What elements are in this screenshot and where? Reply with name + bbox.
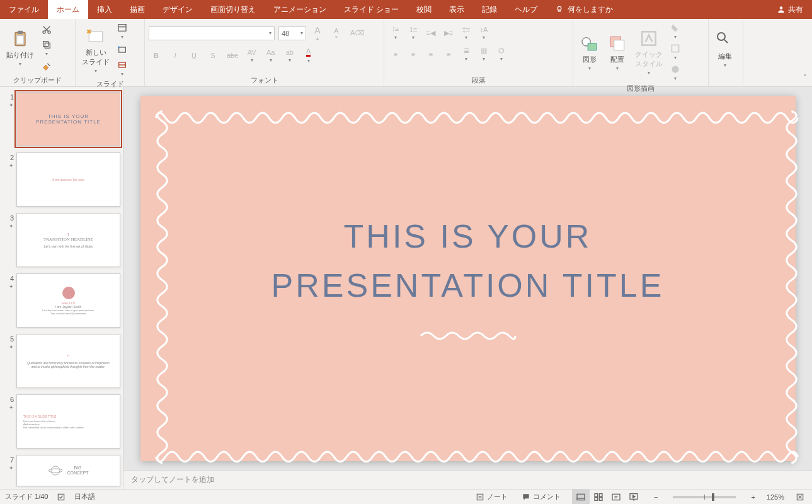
strikethrough-button[interactable]: abc [224, 48, 241, 63]
paste-button[interactable]: 貼り付け ▾ [4, 27, 37, 69]
notes-button[interactable]: ノート [473, 490, 510, 504]
underline-button[interactable]: U [186, 48, 202, 63]
tab-file[interactable]: ファイル [0, 0, 48, 19]
reading-view-button[interactable] [607, 490, 625, 505]
numbering-button[interactable]: 1≡▾ [406, 25, 421, 42]
tab-home[interactable]: ホーム [48, 0, 88, 19]
tab-draw[interactable]: 描画 [121, 0, 154, 19]
language-indicator[interactable]: 日本語 [74, 492, 95, 501]
align-left-button[interactable]: ≡ [388, 47, 403, 62]
shape-fill-button[interactable]: ▾ [668, 21, 683, 41]
layout-button[interactable]: ▾ [115, 21, 130, 41]
notes-pane[interactable]: タップしてノートを追加 [123, 470, 812, 489]
quick-styles-button[interactable]: クイック スタイル ▾ [632, 32, 665, 73]
thumbnail-item[interactable]: 6✦ THIS IS A SLIDE TITLE Here you have a… [3, 394, 120, 449]
bold-button[interactable]: B [149, 48, 164, 63]
distribute-button[interactable]: ≣▾ [459, 45, 474, 63]
slide-counter[interactable]: スライド 1/40 [5, 492, 48, 501]
thumbnail-slide-6[interactable]: THIS IS A SLIDE TITLE Here you have a li… [16, 394, 120, 449]
tab-design[interactable]: デザイン [154, 0, 202, 19]
animation-indicator-icon: ✦ [9, 163, 14, 169]
align-right-button[interactable]: ≡ [423, 47, 438, 62]
justify-button[interactable]: ≡ [441, 47, 456, 62]
smartart-button[interactable]: ⌬▾ [494, 45, 509, 63]
zoom-slider-thumb[interactable] [712, 493, 714, 501]
chevron-down-icon: ▾ [674, 76, 677, 81]
tab-slideshow[interactable]: スライド ショー [335, 0, 408, 19]
collapse-ribbon-button[interactable]: ˄ [803, 74, 807, 83]
sorter-view-button[interactable] [590, 490, 607, 505]
thumbnail-slide-5[interactable]: " Quotations are commonly printed as a m… [16, 334, 120, 388]
italic-button[interactable]: I [168, 48, 183, 63]
section-button[interactable]: ▾ [115, 59, 130, 78]
text-direction-button[interactable]: ↕A▾ [476, 25, 491, 42]
grow-font-button[interactable]: A▴ [310, 24, 325, 42]
copy-button[interactable]: ▾ [39, 38, 54, 58]
group-clipboard: 貼り付け ▾ ▾ クリップボード [0, 19, 76, 86]
spellcheck-button[interactable] [57, 493, 66, 501]
thumbnail-item[interactable]: 1✦ THIS IS YOUR PRESENTATION TITLE [3, 92, 120, 146]
thumbnail-slide-4[interactable]: HELLO! I am Jayden Smith I am here becau… [16, 273, 120, 328]
slide-thumbnails-panel[interactable]: 1✦ THIS IS YOUR PRESENTATION TITLE 2✦ In… [0, 87, 123, 489]
increase-indent-button[interactable]: ▶≡ [441, 25, 456, 40]
decorative-border [149, 105, 804, 470]
font-color-button[interactable]: A▾ [301, 46, 316, 65]
slideshow-view-button[interactable] [625, 490, 643, 505]
reset-icon [117, 45, 127, 55]
slide-canvas[interactable]: This is your presentation title [140, 96, 796, 461]
thumbnail-item[interactable]: 4✦ HELLO! I am Jayden Smith I am here be… [3, 273, 120, 328]
cut-button[interactable] [39, 22, 54, 37]
planet-icon [48, 463, 63, 478]
columns-button[interactable]: ▥▾ [476, 45, 491, 63]
share-button[interactable]: 共有 [768, 0, 812, 19]
new-slide-button[interactable]: 新しい スライド ▾ [79, 29, 112, 71]
thumbnail-slide-7[interactable]: BIGCONCEPT [16, 455, 120, 486]
svg-rect-10 [118, 25, 126, 32]
reset-button[interactable] [115, 42, 130, 57]
char-spacing-button[interactable]: AV▾ [244, 47, 260, 64]
comments-button[interactable]: コメント [519, 490, 563, 504]
format-painter-button[interactable] [39, 59, 54, 74]
zoom-out-button[interactable]: − [651, 490, 660, 504]
normal-view-button[interactable] [572, 490, 590, 505]
tell-me-search[interactable]: 何をしますか [546, 0, 622, 19]
shapes-button[interactable]: 図形 ▾ [577, 32, 602, 73]
shape-effects-button[interactable]: ▾ [668, 63, 683, 83]
svg-point-0 [558, 6, 561, 10]
thumbnail-item[interactable]: 3✦ 1 TRANSITION HEADLINE Let's start wit… [3, 213, 120, 267]
zoom-in-button[interactable]: + [748, 490, 757, 504]
slide-canvas-area[interactable]: This is your presentation title [123, 87, 812, 470]
change-case-button[interactable]: Aa▾ [263, 47, 278, 64]
thumbnail-slide-3[interactable]: 1 TRANSITION HEADLINE Let's start with t… [16, 213, 120, 267]
chevron-down-icon: ▾ [465, 35, 467, 40]
thumbnail-item[interactable]: 7✦ BIGCONCEPT [3, 455, 120, 486]
person-icon [777, 5, 786, 14]
thumbnail-item[interactable]: 5✦ " Quotations are commonly printed as … [3, 334, 120, 388]
zoom-slider[interactable] [673, 496, 736, 498]
find-button[interactable]: 編集 ▾ [712, 28, 738, 70]
clear-formatting-button[interactable]: A⌫ [348, 26, 367, 41]
shrink-font-button[interactable]: A▾ [329, 26, 344, 41]
thumbnail-item[interactable]: 2✦ Instructions for use [3, 152, 120, 207]
tab-transitions[interactable]: 画面切り替え [202, 0, 265, 19]
thumbnail-slide-1[interactable]: THIS IS YOUR PRESENTATION TITLE [16, 92, 120, 146]
tab-view[interactable]: 表示 [440, 0, 473, 19]
bullets-button[interactable]: ⁝≡▾ [388, 24, 403, 42]
highlight-button[interactable]: ab▾ [282, 47, 297, 64]
fit-to-window-button[interactable] [793, 490, 807, 504]
decrease-indent-button[interactable]: ≡◀ [423, 25, 438, 40]
font-size-combo[interactable]: 48▾ [278, 26, 306, 40]
shadow-button[interactable]: S [205, 48, 220, 63]
font-family-combo[interactable]: ▾ [149, 26, 275, 40]
thumbnail-slide-2[interactable]: Instructions for use [16, 152, 120, 207]
tab-record[interactable]: 記録 [473, 0, 506, 19]
tab-review[interactable]: 校閲 [408, 0, 440, 19]
zoom-level[interactable]: 125% [767, 493, 784, 501]
arrange-button[interactable]: 配置 ▾ [605, 32, 630, 73]
line-spacing-button[interactable]: ‡≡▾ [459, 25, 474, 42]
shape-outline-button[interactable]: ▾ [668, 42, 683, 62]
tab-animations[interactable]: アニメーション [265, 0, 335, 19]
tab-help[interactable]: ヘルプ [506, 0, 546, 19]
align-center-button[interactable]: ≡ [406, 47, 421, 62]
tab-insert[interactable]: 挿入 [88, 0, 121, 19]
